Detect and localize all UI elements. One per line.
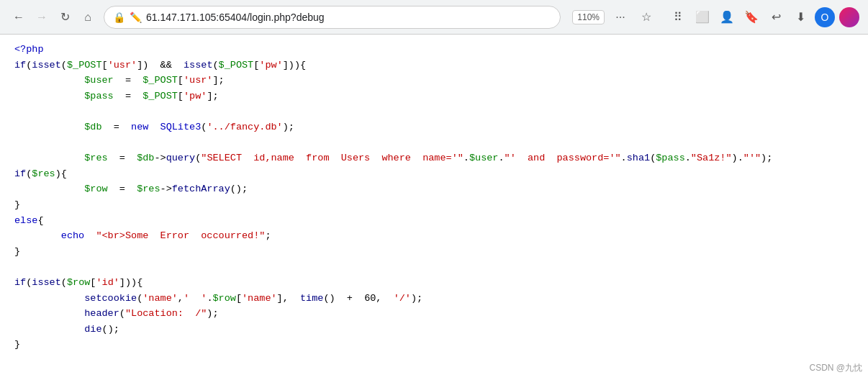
code-line-19: die(); [14,322,854,338]
downloads-button[interactable]: ⬇ [790,7,810,27]
code-line-16: if(isset($row['id'])){ [14,275,854,291]
profile-circle[interactable]: O [815,7,835,27]
edit-icon: ✏️ [130,12,142,23]
code-line-20: } [14,337,854,353]
code-line-12: else{ [14,213,854,229]
more-button[interactable]: ··· [610,7,630,27]
code-line-3: $user = $_POST['usr']; [14,73,854,89]
account-button[interactable]: 👤 [717,7,737,27]
extensions-button[interactable]: ⠿ [668,7,688,27]
code-line-10: $row = $res->fetchArray(); [14,181,854,197]
browser-chrome: ← → ↻ ⌂ 🔒 ✏️ 61.147.171.105:65404/login.… [0,0,868,35]
code-line-1: <?php [14,42,854,58]
watermark: CSDN @九忱 [809,362,862,374]
tab-overview-button[interactable]: ⬜ [692,7,713,27]
bookmark-button[interactable]: ☆ [636,7,656,27]
history-button[interactable]: ↩ [766,7,786,27]
code-line-11: } [14,197,854,213]
code-line-5 [14,104,854,119]
nav-buttons: ← → ↻ ⌂ [9,7,98,27]
code-line-8: $res = $db->query("SELECT id,name from U… [14,150,854,166]
home-button[interactable]: ⌂ [78,7,98,27]
code-line-13: echo "<br>Some Error occourred!"; [14,228,854,244]
security-icon: 🔒 [113,12,125,23]
address-bar[interactable]: 🔒 ✏️ 61.147.171.105:65404/login.php?debu… [104,6,561,29]
code-line-2: if(isset($_POST['usr']) && isset($_POST[… [14,58,854,73]
url-text: 61.147.171.105:65404/login.php?debug [146,12,551,23]
code-line-7 [14,135,854,151]
back-button[interactable]: ← [9,7,29,27]
code-line-14: } [14,244,854,260]
code-line-15 [14,259,854,275]
bookmark-manager-button[interactable]: 🔖 [741,7,761,27]
browser-actions: 110% ··· ☆ [572,7,656,27]
zoom-level: 110% [572,10,605,24]
code-line-6: $db = new SQLite3('../fancy.db'); [14,119,854,135]
code-line-9: if($res){ [14,166,854,182]
refresh-button[interactable]: ↻ [55,7,75,27]
code-line-17: setcookie('name',' '.$row['name'], time(… [14,291,854,307]
code-line-4: $pass = $_POST['pw']; [14,89,854,104]
avatar[interactable] [839,7,859,27]
forward-button[interactable]: → [32,7,52,27]
code-display: <?php if(isset($_POST['usr']) && isset($… [0,35,868,380]
toolbar-right: ⠿ ⬜ 👤 🔖 ↩ ⬇ O [668,7,859,27]
code-line-18: header("Location: /"); [14,306,854,322]
